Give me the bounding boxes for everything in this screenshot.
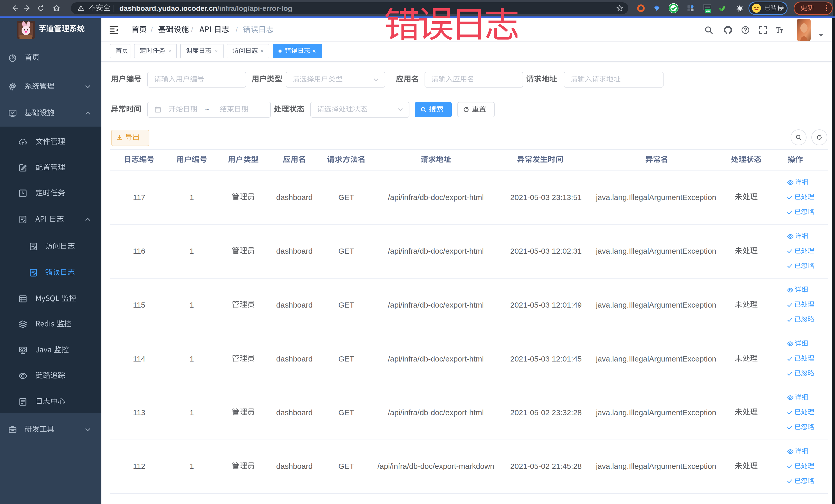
svg-text:on: on [706, 9, 710, 13]
